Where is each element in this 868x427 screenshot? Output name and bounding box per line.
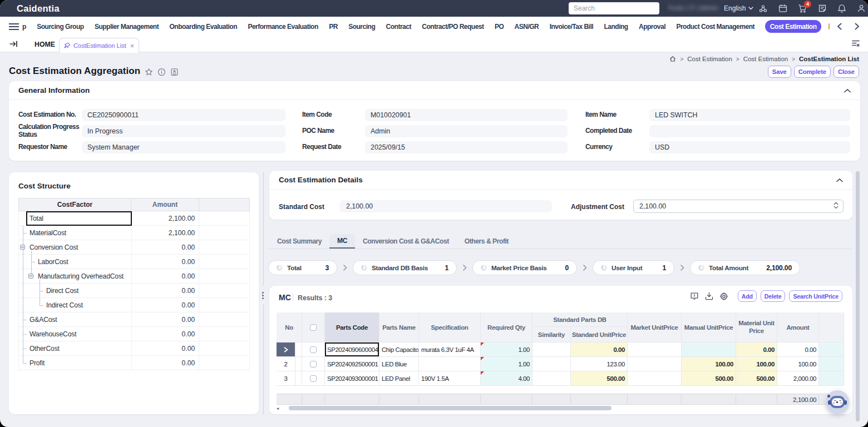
cost-structure-row[interactable]: Conversion Cost0.00 xyxy=(19,240,250,255)
menu-item-onboarding-evaluation[interactable]: Onboarding Evaluation xyxy=(164,23,243,31)
cell-standard-unitprice[interactable]: 500.00 xyxy=(571,371,628,386)
dictionary-icon[interactable] xyxy=(170,68,179,76)
column-header-amount[interactable]: Amount xyxy=(777,312,819,342)
step-pill-market-price-basis[interactable]: Market Price Basis0 xyxy=(472,260,577,275)
amount-value[interactable]: 0.00 xyxy=(132,298,200,312)
amount-value[interactable]: 2,100.00 xyxy=(132,211,200,225)
cell-parts-code[interactable]: SP2024093000001 xyxy=(325,371,379,386)
menu-item-contract[interactable]: Contract xyxy=(381,23,417,31)
menu-item-performance-evaluation[interactable]: Performance Evaluation xyxy=(243,23,324,31)
column-header-required-qty[interactable]: Required Qty xyxy=(481,312,532,342)
row-select-cell[interactable] xyxy=(302,357,325,371)
cell-required-qty[interactable]: 4.00 xyxy=(481,371,532,386)
cell-standard-unitprice[interactable]: 0.00 xyxy=(571,342,628,357)
cell-similarity[interactable] xyxy=(532,371,571,386)
cell-specification[interactable] xyxy=(419,357,481,371)
add-button[interactable]: Add xyxy=(738,290,757,302)
costfactor-label[interactable]: G&ACost xyxy=(29,316,57,324)
hamburger-icon[interactable] xyxy=(9,23,19,30)
search-input[interactable] xyxy=(569,4,663,12)
save-button[interactable]: Save xyxy=(768,66,791,78)
column-header-parts-code[interactable]: Parts Code xyxy=(325,312,379,342)
costfactor-label[interactable]: Conversion Cost xyxy=(29,244,78,251)
cost-structure-row[interactable]: MaterialCost2,100.00 xyxy=(19,226,250,240)
spinner-buttons[interactable] xyxy=(834,202,839,209)
download-icon[interactable] xyxy=(705,292,713,300)
cell-amount[interactable]: 0.00 xyxy=(777,342,819,357)
note-icon[interactable] xyxy=(818,4,827,13)
horizontal-scrollbar[interactable]: ◂ xyxy=(277,405,845,411)
costfactor-label[interactable]: WarehouseCost xyxy=(29,330,76,338)
amount-value[interactable]: 0.00 xyxy=(132,341,200,355)
menu-item-asn-gr[interactable]: ASN/GR xyxy=(509,23,544,31)
collapse-section-icon[interactable] xyxy=(844,88,851,93)
step-pill-user-input[interactable]: User Input1 xyxy=(593,260,674,275)
column-header-similarity[interactable]: Similarity xyxy=(532,327,571,342)
cell-manual-unitprice[interactable]: 500.00 xyxy=(682,371,736,386)
cell-amount[interactable]: 100.00 xyxy=(777,357,819,371)
menu-item-sourcing-group[interactable]: Sourcing Group xyxy=(32,23,90,31)
menu-item-landing[interactable]: Landing xyxy=(599,23,634,31)
cell-similarity[interactable] xyxy=(532,357,571,371)
collapse-section-icon[interactable] xyxy=(836,178,843,182)
cell-similarity[interactable] xyxy=(532,342,571,357)
menu-item-sourcing[interactable]: Sourcing xyxy=(343,23,381,31)
delete-button[interactable]: Delete xyxy=(761,290,786,302)
cell-standard-unitprice[interactable]: 123.00 xyxy=(571,357,628,371)
home-icon[interactable] xyxy=(669,56,676,62)
costfactor-label[interactable]: MaterialCost xyxy=(29,229,66,237)
detail-tab-conversion-cost-g-acost[interactable]: Conversion Cost & G&ACost xyxy=(355,234,457,249)
menu-item-p[interactable]: p xyxy=(22,23,32,31)
pin-icon[interactable] xyxy=(64,42,71,49)
cell-amount[interactable]: 2,000.00 xyxy=(777,371,819,386)
vertical-scrollbar-thumb[interactable] xyxy=(856,171,860,421)
tab-home[interactable]: HOME xyxy=(27,36,63,52)
cell-parts-name[interactable]: LED Panel xyxy=(379,371,419,386)
user-icon[interactable] xyxy=(857,4,866,13)
calendar-icon[interactable] xyxy=(778,4,787,13)
language-selector[interactable]: English xyxy=(724,4,753,12)
cell-required-qty[interactable]: 1.00 xyxy=(481,342,532,357)
panel-splitter[interactable] xyxy=(263,172,264,414)
row-checkbox[interactable] xyxy=(310,361,317,368)
cost-structure-row[interactable]: G&ACost0.00 xyxy=(19,312,250,327)
cost-structure-row[interactable]: LaborCost0.00 xyxy=(19,255,250,269)
chatbot-button[interactable] xyxy=(826,390,849,414)
cell-material-unitprice[interactable]: 100.00 xyxy=(736,357,777,371)
amount-value[interactable]: 0.00 xyxy=(132,240,200,254)
column-header-parts-name[interactable]: Parts Name xyxy=(379,312,419,342)
menu-item-pr[interactable]: PR xyxy=(323,23,343,31)
detail-tab-mc[interactable]: MC xyxy=(329,234,355,249)
select-all-checkbox[interactable] xyxy=(310,324,317,331)
adjustment-cost-input[interactable]: 2,100.00 xyxy=(633,200,844,213)
menu-item-supplier-management[interactable]: Supplier Management xyxy=(89,23,164,31)
share-icon[interactable] xyxy=(758,4,768,13)
menu-item-invoice-tax-bill[interactable]: Invoice/Tax Bill xyxy=(544,23,599,31)
amount-value[interactable]: 0.00 xyxy=(132,255,200,269)
amount-value[interactable]: 0.00 xyxy=(132,269,200,283)
costfactor-label[interactable]: Profit xyxy=(29,359,45,367)
cell-required-qty[interactable]: 1.00 xyxy=(481,357,532,371)
cell-market-unitprice[interactable] xyxy=(628,357,682,371)
collapse-panel-icon[interactable] xyxy=(9,40,18,48)
column-header-material-unitprice[interactable]: Material UnitPrice xyxy=(736,312,777,342)
cell-manual-unitprice[interactable]: 100.00 xyxy=(682,357,736,371)
cost-structure-row[interactable]: Total2,100.00 xyxy=(19,211,250,226)
cost-structure-row[interactable]: Indirect Cost0.00 xyxy=(19,298,250,312)
column-header-market-unitprice[interactable]: Market UnitPrice xyxy=(628,312,682,342)
cost-structure-row[interactable]: WarehouseCost0.00 xyxy=(19,327,250,341)
amount-column-header[interactable]: Amount xyxy=(131,198,199,211)
close-button[interactable]: Close xyxy=(834,66,859,78)
breadcrumb-item[interactable]: Cost Estimation xyxy=(687,56,732,62)
scrollbar-thumb[interactable] xyxy=(289,406,611,410)
info-icon[interactable] xyxy=(157,68,166,76)
cost-structure-row[interactable]: Profit0.00 xyxy=(19,356,250,370)
menu-item-product-cost-management[interactable]: Product Cost Management xyxy=(671,23,760,31)
tab-costestimation-list[interactable]: CostEstimation List × xyxy=(59,38,139,53)
step-pill-standard-db-basis[interactable]: Standard DB Basis1 xyxy=(353,260,457,275)
costfactor-label[interactable]: Indirect Cost xyxy=(46,301,83,309)
column-header-select-all[interactable] xyxy=(302,312,325,342)
costfactor-label[interactable]: Manufacturing OverheadCost xyxy=(38,272,124,280)
search-unitprice-button[interactable]: Search UnitPrice xyxy=(789,290,842,302)
menu-item-approval[interactable]: Approval xyxy=(633,23,670,31)
